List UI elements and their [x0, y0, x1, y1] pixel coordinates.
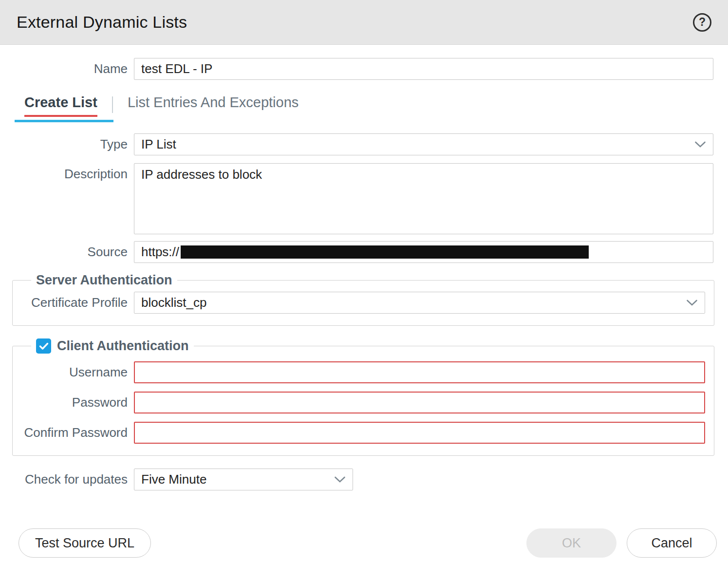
- type-row: Type IP List: [15, 133, 713, 155]
- chevron-down-icon: [686, 300, 698, 306]
- username-input[interactable]: [134, 361, 705, 383]
- certificate-profile-row: Certificate Profile blocklist_cp: [21, 292, 705, 314]
- check-icon: [39, 342, 49, 350]
- description-textarea[interactable]: IP addresses to block: [134, 163, 713, 234]
- dialog-title: External Dynamic Lists: [17, 13, 187, 32]
- check-for-updates-dropdown[interactable]: Five Minute: [134, 469, 353, 490]
- tab-create-list[interactable]: Create List: [24, 94, 97, 117]
- source-input[interactable]: https://: [134, 241, 713, 263]
- username-row: Username: [21, 361, 705, 383]
- test-source-url-button[interactable]: Test Source URL: [19, 528, 151, 558]
- description-label: Description: [15, 163, 134, 182]
- type-dropdown-value: IP List: [141, 137, 176, 152]
- description-row: Description IP addresses to block: [15, 163, 713, 234]
- confirm-password-row: Confirm Password: [21, 422, 705, 444]
- ok-button[interactable]: OK: [526, 528, 616, 558]
- source-url-prefix: https://: [141, 244, 179, 260]
- client-authentication-checkbox[interactable]: [36, 338, 51, 354]
- password-label: Password: [21, 395, 134, 410]
- check-for-updates-row: Check for updates Five Minute: [15, 469, 713, 490]
- certificate-profile-dropdown-value: blocklist_cp: [141, 295, 206, 310]
- type-label: Type: [15, 137, 134, 152]
- client-authentication-group: Client Authentication Username Password …: [12, 338, 714, 456]
- username-label: Username: [21, 365, 134, 380]
- password-input[interactable]: [134, 392, 705, 413]
- name-row: Name: [15, 58, 713, 80]
- client-authentication-label: Client Authentication: [57, 338, 189, 354]
- confirm-password-input[interactable]: [134, 422, 705, 444]
- tab-bar: Create List List Entries And Exceptions: [24, 94, 728, 117]
- tab-separator: [112, 96, 113, 113]
- redacted-source-value: [181, 245, 589, 259]
- dialog-header: External Dynamic Lists ?: [0, 0, 728, 45]
- check-for-updates-label: Check for updates: [15, 472, 134, 487]
- dialog-footer: Test Source URL OK Cancel: [19, 528, 717, 558]
- help-icon[interactable]: ?: [693, 13, 711, 32]
- client-authentication-legend: Client Authentication: [31, 338, 194, 354]
- server-authentication-group: Server Authentication Certificate Profil…: [12, 273, 714, 326]
- type-dropdown[interactable]: IP List: [134, 133, 713, 155]
- name-label: Name: [15, 61, 134, 76]
- certificate-profile-dropdown[interactable]: blocklist_cp: [134, 292, 705, 314]
- chevron-down-icon: [334, 476, 346, 483]
- check-for-updates-dropdown-value: Five Minute: [141, 472, 206, 487]
- cancel-button[interactable]: Cancel: [627, 528, 717, 558]
- source-row: Source https://: [15, 241, 713, 263]
- source-label: Source: [15, 244, 134, 260]
- password-row: Password: [21, 392, 705, 413]
- tab-list-entries-and-exceptions[interactable]: List Entries And Exceptions: [128, 94, 299, 117]
- name-input[interactable]: [134, 58, 713, 80]
- certificate-profile-label: Certificate Profile: [21, 295, 134, 310]
- server-authentication-legend: Server Authentication: [31, 273, 177, 288]
- chevron-down-icon: [694, 141, 706, 148]
- active-tab-accent-bar: [15, 120, 113, 122]
- confirm-password-label: Confirm Password: [21, 425, 134, 440]
